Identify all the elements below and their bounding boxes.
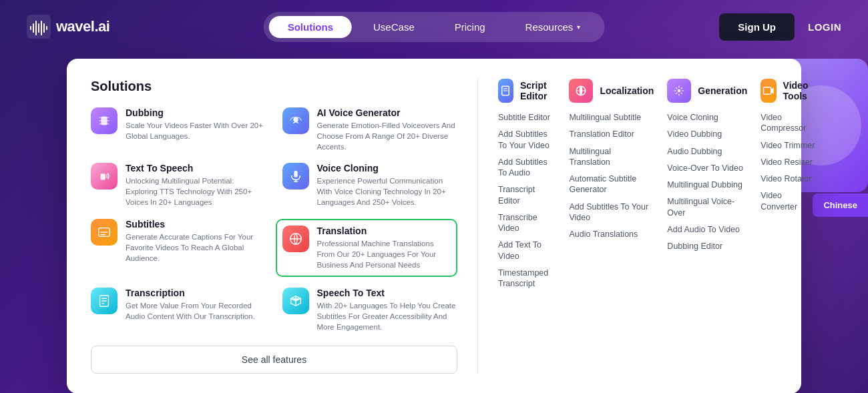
- video-tools-links: Video Compressor Video Trimmer Video Res…: [761, 112, 817, 212]
- generation-links: Voice Cloning Video Dubbing Audio Dubbin…: [667, 112, 747, 252]
- solution-row-3: Subtitles Generate Accurate Captions For…: [91, 219, 457, 277]
- link-add-subtitles-audio[interactable]: Add Subtitles To Audio: [498, 157, 556, 179]
- voice-cloning-icon: [282, 163, 309, 189]
- localization-links: Multilingual Subtitle Translation Editor…: [569, 112, 654, 240]
- link-multilingual-voiceover[interactable]: Multilingual Voice-Over: [667, 196, 747, 218]
- link-add-subtitles-your-video[interactable]: Add Subtitles To Your Video: [569, 202, 654, 224]
- nav-pricing[interactable]: Pricing: [436, 16, 504, 38]
- link-add-audio-to-video[interactable]: Add Audio To Video: [667, 224, 747, 235]
- stt-icon: [282, 288, 309, 314]
- svg-point-9: [293, 117, 298, 122]
- localization-icon: [569, 79, 593, 103]
- transcription-text: Transcription Get More Value From Your R…: [126, 288, 266, 322]
- voice-cloning-text: Voice Cloning Experience Powerful Commun…: [317, 163, 458, 208]
- left-section: Solutions Dubbing Scale Your Videos Fast…: [91, 79, 478, 374]
- resources-chevron-icon: ▾: [577, 23, 580, 31]
- script-editor-icon: [498, 79, 513, 103]
- link-timestamped-transcript[interactable]: Timestamped Transcript: [498, 268, 556, 290]
- link-video-converter[interactable]: Video Converter: [761, 190, 817, 212]
- nav-right: Sign Up LOGIN: [719, 13, 841, 41]
- link-audio-translations[interactable]: Audio Translations: [569, 229, 654, 240]
- svg-rect-11: [294, 171, 298, 177]
- subtitles-text: Subtitles Generate Accurate Captions For…: [126, 219, 260, 264]
- login-button[interactable]: LOGIN: [808, 21, 841, 33]
- solution-tts[interactable]: Text To Speech Unlocking Multilingual Po…: [91, 163, 266, 208]
- stt-text: Speech To Text With 20+ Languages To Hel…: [317, 288, 458, 332]
- solution-ai-voice[interactable]: AI Voice Generator Generate Emotion-Fill…: [282, 107, 458, 152]
- translate-button[interactable]: Chinese: [813, 193, 868, 217]
- link-video-trimmer[interactable]: Video Trimmer: [761, 140, 817, 151]
- solution-row-1: Dubbing Scale Your Videos Faster With Ov…: [91, 107, 457, 152]
- video-tools-header: Video Tools: [761, 79, 817, 103]
- link-multilingual-translation[interactable]: Multilingual Translation: [569, 146, 654, 168]
- generation-icon: [667, 79, 691, 103]
- solutions-grid: Dubbing Scale Your Videos Faster With Ov…: [91, 107, 457, 332]
- link-transcript-editor[interactable]: Transcript Editor: [498, 184, 556, 206]
- link-dubbing-editor[interactable]: Dubbing Editor: [667, 241, 747, 252]
- solution-transcription[interactable]: Transcription Get More Value From Your R…: [91, 288, 266, 332]
- script-editor-links: Subtitle Editor Add Subtitles To Your Vi…: [498, 112, 556, 289]
- script-editor-header: Script Editor: [498, 79, 556, 103]
- ai-voice-text: AI Voice Generator Generate Emotion-Fill…: [317, 107, 458, 152]
- generation-col: Generation Voice Cloning Video Dubbing A…: [667, 79, 747, 374]
- generation-header: Generation: [667, 79, 747, 103]
- svg-point-24: [678, 89, 681, 93]
- link-transcribe-video[interactable]: Transcribe Video: [498, 212, 556, 234]
- localization-title: Localization: [600, 85, 654, 96]
- video-tools-col: Video Tools Video Compressor Video Trimm…: [761, 79, 817, 374]
- link-add-subtitles-video[interactable]: Add Subtitles To Your Video: [498, 129, 556, 151]
- solution-translation[interactable]: Translation Professional Machine Transla…: [276, 219, 458, 277]
- nav-center: Solutions UseCase Pricing Resources ▾: [264, 12, 605, 42]
- link-subtitle-editor[interactable]: Subtitle Editor: [498, 112, 556, 123]
- svg-rect-8: [101, 117, 107, 125]
- subtitles-icon: [91, 219, 118, 246]
- see-all-button[interactable]: See all features: [91, 346, 457, 374]
- signup-button[interactable]: Sign Up: [719, 13, 795, 41]
- nav-resources[interactable]: Resources ▾: [507, 16, 600, 38]
- solution-row-2: Text To Speech Unlocking Multilingual Po…: [91, 163, 457, 208]
- solution-dubbing[interactable]: Dubbing Scale Your Videos Faster With Ov…: [91, 107, 266, 152]
- solution-subtitles[interactable]: Subtitles Generate Accurate Captions For…: [91, 219, 260, 277]
- solutions-dropdown: Solutions Dubbing Scale Your Videos Fast…: [67, 59, 801, 393]
- localization-col: Localization Multilingual Subtitle Trans…: [569, 79, 654, 374]
- link-auto-subtitle-gen[interactable]: Automatic Subtitle Generator: [569, 173, 654, 195]
- link-video-rotator[interactable]: Video Rotator: [761, 173, 817, 184]
- tts-icon: [91, 163, 118, 189]
- transcription-icon: [91, 288, 118, 314]
- video-tools-title: Video Tools: [783, 80, 817, 101]
- navbar: wavel.ai Solutions UseCase Pricing Resou…: [0, 0, 868, 53]
- logo[interactable]: wavel.ai: [27, 15, 110, 39]
- right-section: Script Editor Subtitle Editor Add Subtit…: [478, 79, 817, 374]
- link-video-resizer[interactable]: Video Resizer: [761, 157, 817, 167]
- link-video-dubbing[interactable]: Video Dubbing: [667, 129, 747, 139]
- video-tools-icon: [761, 79, 776, 103]
- dubbing-icon: [91, 107, 118, 134]
- link-multilingual-subtitle[interactable]: Multilingual Subtitle: [569, 112, 654, 123]
- link-voice-cloning[interactable]: Voice Cloning: [667, 112, 747, 123]
- ai-voice-icon: [282, 107, 309, 134]
- brand-name: wavel.ai: [56, 18, 110, 35]
- script-editor-col: Script Editor Subtitle Editor Add Subtit…: [498, 79, 556, 374]
- link-multilingual-dubbing[interactable]: Multilingual Dubbing: [667, 179, 747, 190]
- nav-usecase[interactable]: UseCase: [355, 16, 433, 38]
- localization-header: Localization: [569, 79, 654, 103]
- solution-stt[interactable]: Speech To Text With 20+ Languages To Hel…: [282, 288, 458, 332]
- solution-voice-cloning[interactable]: Voice Cloning Experience Powerful Commun…: [282, 163, 458, 208]
- svg-rect-25: [763, 87, 771, 95]
- dubbing-text: Dubbing Scale Your Videos Faster With Ov…: [126, 107, 266, 141]
- link-translation-editor[interactable]: Translation Editor: [569, 129, 654, 139]
- svg-rect-10: [101, 174, 105, 180]
- solution-row-4: Transcription Get More Value From Your R…: [91, 288, 457, 332]
- translation-icon: [282, 226, 309, 252]
- link-video-compressor[interactable]: Video Compressor: [761, 112, 817, 134]
- generation-title: Generation: [698, 85, 747, 96]
- link-voiceover-to-video[interactable]: Voice-Over To Video: [667, 163, 747, 173]
- tts-text: Text To Speech Unlocking Multilingual Po…: [126, 163, 266, 208]
- link-audio-dubbing[interactable]: Audio Dubbing: [667, 146, 747, 157]
- nav-solutions[interactable]: Solutions: [269, 16, 352, 38]
- section-title: Solutions: [91, 79, 457, 94]
- script-editor-title: Script Editor: [520, 80, 556, 101]
- link-add-text-video[interactable]: Add Text To Video: [498, 240, 556, 262]
- translation-text: Translation Professional Machine Transla…: [317, 226, 451, 270]
